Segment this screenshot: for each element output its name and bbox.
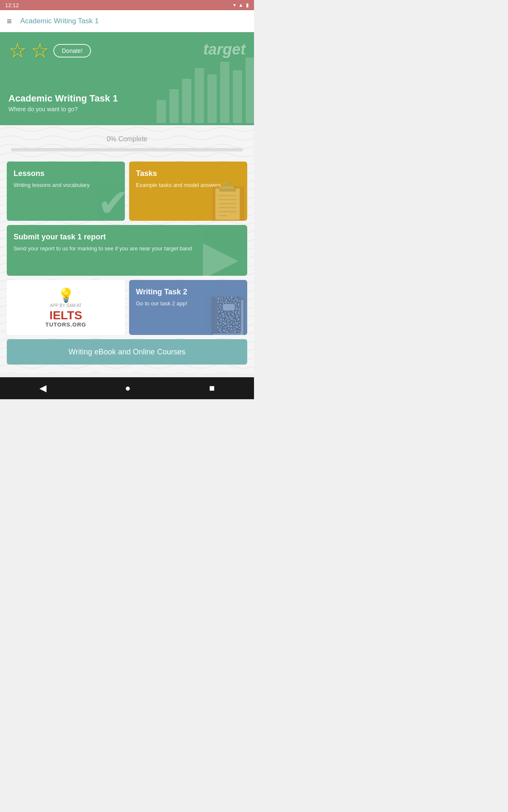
status-bar: 12:12 ▾ ▲ ▮ [0,0,254,10]
ielts-logo-card[interactable]: 💡 APP BY SAM AT IELTS TUTORS.ORG [7,280,125,335]
donate-button[interactable]: Donate! [53,44,91,58]
nav-recent-icon[interactable]: ■ [209,383,215,394]
ebook-banner[interactable]: Writing eBook and Online Courses [7,339,247,365]
writing2-card[interactable]: Writing Task 2 Go to our task 2 app! 📓 [129,280,247,335]
nav-home-icon[interactable]: ● [125,383,130,394]
app-bar: ≡ Academic Writing Task 1 [0,10,254,32]
tasks-doc-icon: 📋 [204,181,247,221]
lessons-check-icon: ✔ [97,181,125,221]
submit-play-icon: ▶ [203,230,239,276]
bottom-row: 💡 APP BY SAM AT IELTS TUTORS.ORG Writing… [7,280,247,335]
ielts-app-by: APP BY SAM AT [50,303,81,308]
star2-icon[interactable]: ☆ [31,41,49,61]
hero-banner: ☆ ☆ Donate! Academic Writing Task 1 Wher… [0,32,254,125]
app-bar-title: Academic Writing Task 1 [20,17,99,25]
svg-rect-1 [169,89,179,123]
tasks-card-title: Tasks [136,169,240,178]
status-icons: ▾ ▲ ▮ [233,2,249,8]
star1-icon[interactable]: ☆ [8,41,27,61]
progress-bar-container [11,148,243,151]
ebook-banner-title: Writing eBook and Online Courses [69,348,185,357]
svg-rect-3 [195,68,204,123]
content-area: 0% Complete Lessons Writing lessons and … [0,125,254,373]
nav-back-icon[interactable]: ◀ [39,383,47,394]
status-time: 12:12 [5,2,19,8]
cards-submit-row: Submit your task 1 report Send your repo… [7,225,247,276]
writing2-doc-icon: 📓 [204,295,247,335]
svg-rect-7 [246,58,254,123]
hamburger-icon[interactable]: ≡ [7,16,12,26]
nav-bar: ◀ ● ■ [0,377,254,399]
lessons-card[interactable]: Lessons Writing lessons and vocabulary ✔ [7,162,125,221]
cards-top-row: Lessons Writing lessons and vocabulary ✔… [7,162,247,221]
battery-icon: ▮ [246,2,249,8]
svg-rect-0 [157,100,166,123]
svg-rect-4 [207,74,217,123]
ielts-name: IELTS [50,310,82,321]
ielts-org: TUTORS.ORG [45,321,86,328]
progress-label: 0% Complete [7,135,247,143]
lessons-card-title: Lessons [14,169,118,178]
bulb-icon: 💡 [58,287,75,303]
signal-icon: ▲ [238,2,243,8]
submit-card[interactable]: Submit your task 1 report Send your repo… [7,225,247,276]
tasks-card[interactable]: Tasks Example tasks and model answers 📋 [129,162,247,221]
svg-rect-2 [182,79,191,123]
svg-rect-5 [220,62,229,123]
svg-rect-6 [233,70,242,123]
wifi-icon: ▾ [233,2,236,8]
hero-chart-decoration [152,49,254,125]
